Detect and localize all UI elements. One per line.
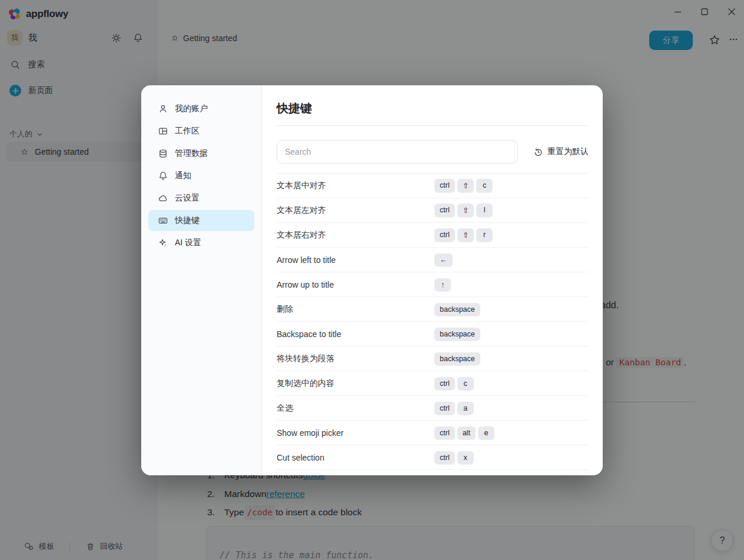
nav-item-label: 我的账户 <box>175 104 208 114</box>
nav-item-label: 快捷键 <box>175 215 200 226</box>
shortcut-row: 文本居右对齐ctrl⇧r <box>277 223 589 248</box>
settings-nav-item-1[interactable]: 我的账户 <box>148 98 254 119</box>
shortcut-label: Backspace to title <box>277 329 434 339</box>
nav-item-label: 工作区 <box>175 126 200 136</box>
shortcut-label: Cut selection <box>277 453 434 462</box>
keycap[interactable]: ⇧ <box>457 179 474 192</box>
shortcut-row: Arrow up to title↑ <box>277 272 589 297</box>
reset-defaults-button[interactable]: 重置为默认 <box>533 146 589 157</box>
shortcut-label: 删除 <box>277 304 434 315</box>
shortcut-row: 复制选中的内容ctrlc <box>277 371 589 396</box>
keycap[interactable]: backspace <box>434 303 480 316</box>
keycap[interactable]: l <box>476 204 493 217</box>
shortcut-search-input[interactable] <box>277 140 518 164</box>
settings-nav-item-4[interactable]: 通知 <box>148 165 254 186</box>
keycap[interactable]: ctrl <box>434 402 455 415</box>
shortcut-row: 删除backspace <box>277 297 589 322</box>
shortcut-row: Arrow left to title← <box>277 248 589 272</box>
keycap[interactable]: ⇧ <box>457 228 474 242</box>
shortcut-keys[interactable]: ↑ <box>434 278 451 291</box>
keycap[interactable]: alt <box>457 426 476 439</box>
settings-nav-item-5[interactable]: 云设置 <box>148 188 254 209</box>
settings-content: 快捷键 重置为默认 文本居中对齐ctrl⇧c文本居左对齐ctrl⇧l文本居右对齐… <box>262 85 603 475</box>
shortcut-keys[interactable]: ctrlx <box>434 451 474 464</box>
shortcut-keys[interactable]: backspace <box>434 303 480 316</box>
shortcut-label: Show emoji picker <box>277 428 434 438</box>
ai-icon <box>158 238 168 248</box>
shortcut-row: Cut selectionctrlx <box>277 445 589 470</box>
keycap[interactable]: ctrl <box>434 179 455 192</box>
keycap[interactable]: ctrl <box>434 228 455 242</box>
keycap[interactable]: e <box>478 426 494 439</box>
keycap[interactable]: ctrl <box>434 426 455 439</box>
shortcut-label: Arrow up to title <box>277 280 434 289</box>
settings-nav: 我的账户工作区管理数据通知云设置快捷键AI 设置 <box>141 85 262 475</box>
shortcut-row: 文本居左对齐ctrl⇧l <box>277 198 589 223</box>
shortcut-row: Backspace to titlebackspace <box>277 322 589 346</box>
shortcut-keys[interactable]: ctrla <box>434 402 474 415</box>
database-icon <box>158 148 168 159</box>
keycap[interactable]: ⇧ <box>457 204 474 217</box>
user-icon <box>158 104 168 114</box>
keycap[interactable]: c <box>457 377 474 390</box>
settings-dialog: 我的账户工作区管理数据通知云设置快捷键AI 设置 快捷键 重置为默认 文本居中对… <box>141 85 603 475</box>
keycap[interactable]: ctrl <box>434 451 455 464</box>
keycap[interactable]: x <box>457 451 474 464</box>
shortcut-row: 删除右侧字符delete <box>277 470 589 475</box>
keycap[interactable]: backspace <box>434 328 480 341</box>
shortcut-keys[interactable]: backspace <box>434 352 480 365</box>
shortcut-keys[interactable]: backspace <box>434 328 480 341</box>
shortcut-label: 文本居左对齐 <box>277 205 434 216</box>
settings-nav-item-7[interactable]: AI 设置 <box>148 232 254 254</box>
keyboard-icon <box>158 215 168 226</box>
nav-item-label: 通知 <box>175 171 191 181</box>
shortcut-label: Arrow left to title <box>277 255 434 265</box>
nav-item-label: 云设置 <box>175 193 200 204</box>
shortcut-list: 文本居中对齐ctrl⇧c文本居左对齐ctrl⇧l文本居右对齐ctrl⇧rArro… <box>277 173 589 475</box>
cloud-icon <box>158 193 168 204</box>
nav-item-label: 管理数据 <box>175 148 208 159</box>
keycap[interactable]: ↑ <box>434 278 451 291</box>
shortcut-row: 全选ctrla <box>277 396 589 421</box>
keycap[interactable]: r <box>476 228 493 242</box>
shortcut-label: 文本居右对齐 <box>277 230 434 241</box>
shortcut-label: 复制选中的内容 <box>277 378 434 389</box>
bell-icon <box>158 171 168 181</box>
shortcut-keys[interactable]: ctrlalte <box>434 426 494 439</box>
divider <box>277 125 589 126</box>
shortcut-label: 将块转换为段落 <box>277 354 434 364</box>
settings-page-title: 快捷键 <box>277 99 589 117</box>
shortcut-label: 全选 <box>277 403 434 414</box>
keycap[interactable]: c <box>476 179 493 192</box>
shortcut-keys[interactable]: ctrl⇧c <box>434 179 493 192</box>
keycap[interactable]: backspace <box>434 352 480 365</box>
reset-label: 重置为默认 <box>547 146 589 157</box>
settings-nav-item-6[interactable]: 快捷键 <box>148 210 254 231</box>
nav-item-label: AI 设置 <box>175 238 201 248</box>
settings-nav-item-2[interactable]: 工作区 <box>148 121 254 142</box>
shortcut-keys[interactable]: ctrl⇧l <box>434 204 493 217</box>
shortcut-keys[interactable]: ← <box>434 254 453 266</box>
keycap[interactable]: ctrl <box>434 377 455 390</box>
shortcut-keys[interactable]: ctrl⇧r <box>434 228 493 242</box>
shortcut-row: 将块转换为段落backspace <box>277 346 589 371</box>
workspace-icon <box>158 126 168 136</box>
shortcut-row: Show emoji pickerctrlalte <box>277 421 589 445</box>
settings-nav-item-3[interactable]: 管理数据 <box>148 143 254 164</box>
keycap[interactable]: ctrl <box>434 204 455 217</box>
shortcut-row: 文本居中对齐ctrl⇧c <box>277 174 589 198</box>
reset-history-icon <box>533 147 543 157</box>
shortcut-keys[interactable]: ctrlc <box>434 377 474 390</box>
keycap[interactable]: ← <box>434 254 453 266</box>
keycap[interactable]: a <box>457 402 474 415</box>
shortcut-label: 文本居中对齐 <box>277 181 434 191</box>
